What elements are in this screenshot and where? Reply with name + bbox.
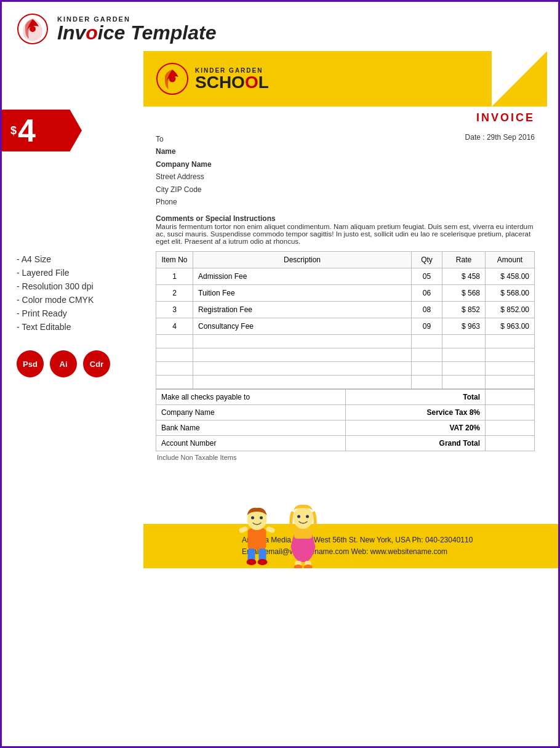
cell-item-no: 2 xyxy=(156,285,193,302)
footer-table-row: Make all checks payable to Total xyxy=(156,390,535,405)
page-header: KINDER GARDEN Invoice Template xyxy=(2,2,558,51)
footer-summary-label: Service Tax 8% xyxy=(345,405,486,420)
cell-qty: 09 xyxy=(412,318,442,335)
recipient-city: City ZIP Code xyxy=(156,183,212,196)
cell-item-no: 4 xyxy=(156,318,193,335)
date-block: Date : 29th Sep 2016 xyxy=(465,133,535,208)
svg-point-1 xyxy=(30,26,36,32)
svg-point-11 xyxy=(258,559,268,565)
cell-item-no: 1 xyxy=(156,268,193,285)
cell-rate: $ 458 xyxy=(442,268,486,285)
recipient-street: Street Address xyxy=(156,171,212,183)
format-badge: Cdr xyxy=(83,350,110,377)
cell-amount: $ 963.00 xyxy=(486,318,535,335)
school-logo-icon xyxy=(156,62,189,95)
feature-item: - Layered File xyxy=(17,268,129,278)
svg-point-15 xyxy=(294,507,313,529)
cell-qty: 05 xyxy=(412,268,442,285)
feature-item: - Print Ready xyxy=(17,308,129,318)
invoice-word: INVOICE xyxy=(143,111,547,124)
price-number: 4 xyxy=(18,115,36,147)
to-label: To xyxy=(156,133,212,145)
footer-table: Make all checks payable to Total Company… xyxy=(156,389,535,451)
recipient-company: Company Name xyxy=(156,158,212,171)
svg-rect-4 xyxy=(248,528,266,550)
cell-description: Consultancy Fee xyxy=(193,318,412,335)
cell-rate: $ 852 xyxy=(442,302,486,318)
footer-table-row: Account Number Grand Total xyxy=(156,436,535,451)
feature-item: - Text Editable xyxy=(17,322,129,332)
col-amount: Amount xyxy=(486,252,535,268)
footer-table-row: Company Name Service Tax 8% xyxy=(156,405,535,420)
header-text-block: KINDER GARDEN Invoice Template xyxy=(57,15,216,42)
svg-rect-14 xyxy=(294,528,313,539)
invoice-table: Item No Description Qty Rate Amount 1 Ad… xyxy=(156,251,535,389)
col-description: Description xyxy=(193,252,412,268)
footer-value xyxy=(486,436,535,451)
comments-body: Mauris fermentum tortor non enim aliquet… xyxy=(156,223,535,245)
svg-point-6 xyxy=(251,517,254,520)
footer-table-row: Bank Name VAT 20% xyxy=(156,420,535,436)
col-item-no: Item No xyxy=(156,252,193,268)
bottom-section: America Media, #106 West 56th St. New Yo… xyxy=(2,482,558,568)
table-row-empty xyxy=(156,335,535,348)
cell-amount: $ 852.00 xyxy=(486,302,535,318)
footer-summary-label: Grand Total xyxy=(345,436,486,451)
cell-qty: 06 xyxy=(412,285,442,302)
table-row: 3 Registration Fee 08 $ 852 $ 852.00 xyxy=(156,302,535,318)
table-header-row: Item No Description Qty Rate Amount xyxy=(156,252,535,268)
format-badge: Psd xyxy=(17,350,44,377)
main-layout: - A4 Size- Layered File- Resolution 300 … xyxy=(2,51,558,470)
cell-description: Tuition Fee xyxy=(193,285,412,302)
svg-point-10 xyxy=(247,559,257,565)
girl-character xyxy=(282,501,325,568)
cell-rate: $ 568 xyxy=(442,285,486,302)
table-row-empty xyxy=(156,362,535,376)
col-qty: Qty xyxy=(412,252,442,268)
footer-value xyxy=(486,390,535,405)
recipient-name: Name xyxy=(156,145,212,158)
invoice-document: KINDER GARDEN SCHOOL INVOICE To Name Com… xyxy=(143,51,558,470)
school-name-text: KINDER GARDEN SCHOOL xyxy=(195,67,269,91)
school-name-main: SCHOOL xyxy=(195,74,269,91)
brand-main-label: Invoice Template xyxy=(57,23,216,42)
footer-left: Company Name xyxy=(156,405,346,420)
feature-item: - A4 Size xyxy=(17,254,129,264)
table-row: 2 Tuition Fee 06 $ 568 $ 568.00 xyxy=(156,285,535,302)
footer-summary-label: Total xyxy=(345,390,486,405)
school-logo-area: KINDER GARDEN SCHOOL xyxy=(156,62,269,95)
cell-amount: $ 458.00 xyxy=(486,268,535,285)
to-block: To Name Company Name Street Address City… xyxy=(156,133,212,208)
footer-summary-label: VAT 20% xyxy=(345,420,486,436)
svg-rect-13 xyxy=(266,526,276,534)
recipient-phone: Phone xyxy=(156,196,212,208)
footer-left: Account Number xyxy=(156,436,346,451)
invoice-header-band: KINDER GARDEN SCHOOL xyxy=(143,51,547,107)
feature-item: - Resolution 300 dpi xyxy=(17,281,129,291)
cell-qty: 08 xyxy=(412,302,442,318)
footer-left: Bank Name xyxy=(156,420,346,436)
format-badge: Ai xyxy=(50,350,77,377)
cell-description: Registration Fee xyxy=(193,302,412,318)
svg-rect-12 xyxy=(239,526,249,534)
boy-character xyxy=(236,501,279,568)
footer-value xyxy=(486,405,535,420)
invoice-to-date: To Name Company Name Street Address City… xyxy=(156,133,535,208)
price-dollar: $ xyxy=(10,124,17,137)
non-taxable-note: Include Non Taxable Items xyxy=(156,454,535,461)
table-row-empty xyxy=(156,348,535,362)
footer-value xyxy=(486,420,535,436)
svg-point-16 xyxy=(297,515,300,518)
cell-description: Admission Fee xyxy=(193,268,412,285)
cell-amount: $ 568.00 xyxy=(486,285,535,302)
svg-point-17 xyxy=(306,515,309,518)
comments-title: Comments or Special Instructions xyxy=(156,214,535,223)
logo-icon xyxy=(17,13,49,45)
features-list: - A4 Size- Layered File- Resolution 300 … xyxy=(17,254,129,332)
svg-point-3 xyxy=(169,76,176,82)
cell-item-no: 3 xyxy=(156,302,193,318)
svg-point-7 xyxy=(260,517,263,520)
kids-illustration xyxy=(236,501,325,568)
footer-left: Make all checks payable to xyxy=(156,390,346,405)
table-row: 1 Admission Fee 05 $ 458 $ 458.00 xyxy=(156,268,535,285)
